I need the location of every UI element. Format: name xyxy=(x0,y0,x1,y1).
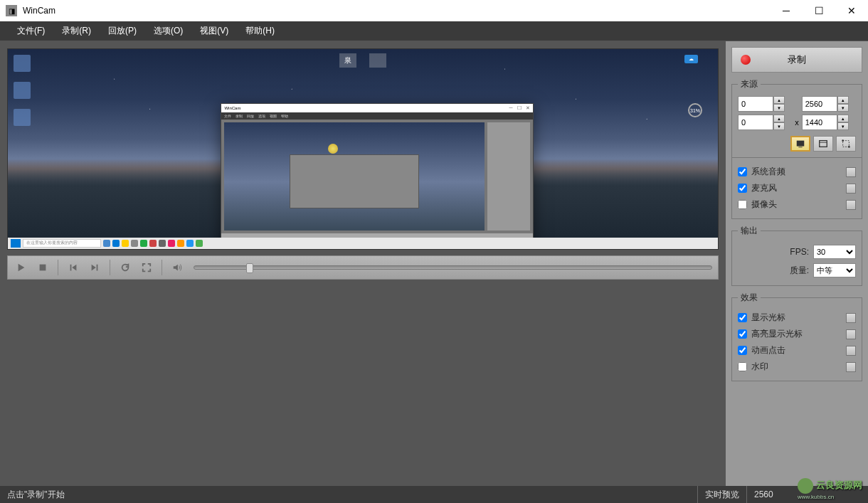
highlight-cursor-settings-icon[interactable] xyxy=(846,329,856,339)
nested-window-controls: ─☐✕ xyxy=(509,105,530,111)
fullscreen-button[interactable] xyxy=(139,260,154,275)
source-group: 来源 ▲▼ ▲▼ ▲▼ x ▲▼ xyxy=(731,78,862,158)
volume-button[interactable] xyxy=(169,260,185,275)
start-button-icon xyxy=(11,239,21,248)
nested-side-panel xyxy=(487,122,530,231)
effects-group: 效果 显示光标 高亮显示光标 动画点击 水印 xyxy=(731,292,862,381)
show-cursor-settings-icon[interactable] xyxy=(846,313,856,323)
microphone-settings-icon[interactable] xyxy=(846,184,856,194)
animate-clicks-checkbox[interactable] xyxy=(738,346,747,355)
microphone-label: 麦克风 xyxy=(751,182,842,194)
nested-menubar: 文件录制回放选项视图帮助 xyxy=(221,112,532,120)
menu-playback[interactable]: 回放(P) xyxy=(100,22,145,40)
watermark-row: 水印 xyxy=(738,359,856,375)
desktop-preview: 泉 ☁ 31% WinCam ─☐✕ 文件录制回放选项视图帮助 xyxy=(8,49,718,249)
desktop-icon xyxy=(14,109,31,126)
spin-up[interactable]: ▲ xyxy=(837,96,849,104)
minimize-button[interactable]: ─ xyxy=(770,0,803,21)
window-source-button[interactable] xyxy=(813,136,833,152)
animate-clicks-row: 动画点击 xyxy=(738,342,856,359)
playback-bar xyxy=(7,255,719,280)
taskbar-icon xyxy=(149,240,157,247)
output-legend: 输出 xyxy=(738,225,761,237)
skip-forward-button[interactable] xyxy=(87,260,102,275)
refresh-button[interactable] xyxy=(117,260,133,275)
taskbar-search: 在这里输入你要搜索的内容 xyxy=(23,239,101,248)
source-height-field[interactable] xyxy=(802,115,837,130)
preview-spacer xyxy=(7,280,719,480)
close-button[interactable]: ✕ xyxy=(835,0,868,21)
highlight-cursor-row: 高亮显示光标 xyxy=(738,326,856,342)
seek-slider[interactable] xyxy=(194,265,712,270)
site-watermark: 云良资源网 www.kubbs.cn xyxy=(798,478,862,500)
fps-select[interactable]: 30 xyxy=(813,245,856,259)
desktop-icons-column xyxy=(14,55,31,126)
spinner: ▲▼ xyxy=(773,115,785,130)
source-height-input[interactable]: ▲▼ xyxy=(802,115,856,130)
nested-wincam-window: WinCam ─☐✕ 文件录制回放选项视图帮助 点击"录制"开始 xyxy=(221,103,533,249)
quality-select[interactable]: 中等 xyxy=(813,263,856,277)
taskbar-icon xyxy=(159,240,166,247)
watermark-settings-icon[interactable] xyxy=(846,362,856,372)
fullscreen-source-button[interactable] xyxy=(790,136,810,152)
spin-down[interactable]: ▼ xyxy=(837,122,849,130)
animate-clicks-settings-icon[interactable] xyxy=(846,346,856,356)
fps-row: FPS: 30 xyxy=(738,243,856,261)
maximize-button[interactable]: ☐ xyxy=(803,0,835,21)
highlight-cursor-checkbox[interactable] xyxy=(738,329,747,339)
source-x-input[interactable]: ▲▼ xyxy=(738,96,792,112)
spin-down[interactable]: ▼ xyxy=(773,104,785,112)
record-button-label: 录制 xyxy=(788,53,806,66)
taskbar-icon xyxy=(122,240,129,247)
menu-help[interactable]: 帮助(H) xyxy=(237,22,283,40)
separator xyxy=(110,260,110,275)
record-button[interactable]: 录制 xyxy=(731,47,862,73)
window-title: WinCam xyxy=(23,6,770,16)
spin-up[interactable]: ▲ xyxy=(773,96,785,104)
nested-body xyxy=(221,120,532,233)
quality-label: 质量: xyxy=(790,265,809,277)
record-dot-icon xyxy=(741,55,751,65)
source-width-input[interactable]: ▲▼ xyxy=(802,96,856,112)
menu-record[interactable]: 录制(R) xyxy=(53,22,100,40)
play-button[interactable] xyxy=(14,260,29,275)
nested-inner-window xyxy=(290,154,420,208)
effects-legend: 效果 xyxy=(738,292,761,304)
taskbar-icon xyxy=(196,240,203,247)
stop-button[interactable] xyxy=(35,260,51,275)
system-audio-settings-icon[interactable] xyxy=(846,167,856,177)
svg-rect-0 xyxy=(40,264,46,270)
webcam-row: 摄像头 xyxy=(738,196,856,213)
webcam-settings-icon[interactable] xyxy=(846,200,856,210)
taskbar-icon xyxy=(177,240,184,247)
system-audio-checkbox[interactable] xyxy=(738,167,747,176)
highlight-cursor-label: 高亮显示光标 xyxy=(751,328,842,340)
seek-thumb[interactable] xyxy=(246,263,253,273)
menu-file[interactable]: 文件(F) xyxy=(9,22,53,40)
source-x-field[interactable] xyxy=(738,96,773,112)
highlighted-cursor-icon xyxy=(328,144,338,154)
source-y-field[interactable] xyxy=(738,115,773,130)
show-cursor-checkbox[interactable] xyxy=(738,313,747,322)
watermark-checkbox[interactable] xyxy=(738,362,747,371)
status-hint: 点击"录制"开始 xyxy=(0,486,698,503)
statusbar: 点击"录制"开始 实时预览 2560 xyxy=(0,486,868,503)
microphone-checkbox[interactable] xyxy=(738,184,747,193)
spin-up[interactable]: ▲ xyxy=(837,115,849,122)
status-mode: 实时预览 xyxy=(698,486,747,503)
menu-options[interactable]: 选项(O) xyxy=(145,22,191,40)
spin-up[interactable]: ▲ xyxy=(773,115,785,122)
taskbar-icon xyxy=(140,240,147,247)
spin-down[interactable]: ▼ xyxy=(837,104,849,112)
source-y-input[interactable]: ▲▼ xyxy=(738,115,792,130)
webcam-checkbox[interactable] xyxy=(738,200,747,209)
taskbar-icon xyxy=(103,240,110,247)
region-source-button[interactable] xyxy=(836,136,856,152)
skip-back-button[interactable] xyxy=(65,260,81,275)
menu-view[interactable]: 视图(V) xyxy=(191,22,237,40)
cloud-badge: ☁ xyxy=(684,55,698,63)
spin-down[interactable]: ▼ xyxy=(773,122,785,130)
desktop-top-icons: 泉 xyxy=(339,53,386,68)
taskbar-icon xyxy=(168,240,175,247)
source-width-field[interactable] xyxy=(802,96,837,112)
